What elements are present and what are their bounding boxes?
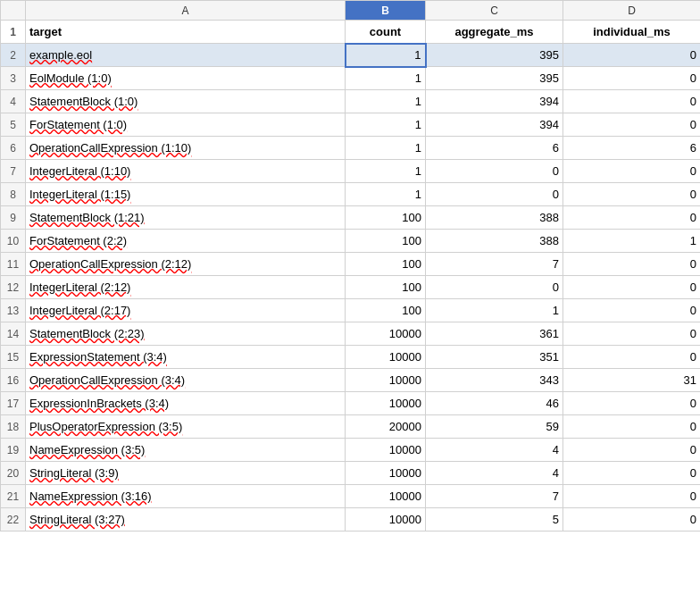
- cell-b-19[interactable]: 10000: [346, 439, 426, 462]
- row-number: 10: [1, 230, 26, 253]
- cell-b-9[interactable]: 100: [346, 206, 426, 230]
- cell-a-19[interactable]: NameExpression (3:5): [26, 439, 346, 462]
- cell-d-8[interactable]: 0: [563, 183, 701, 206]
- cell-b-16[interactable]: 10000: [346, 369, 426, 392]
- cell-c-1[interactable]: aggregate_ms: [426, 21, 563, 44]
- cell-c-9[interactable]: 388: [426, 206, 563, 230]
- cell-c-4[interactable]: 394: [426, 90, 563, 113]
- cell-b-8[interactable]: 1: [346, 183, 426, 206]
- cell-d-2[interactable]: 0: [563, 44, 701, 67]
- cell-b-17[interactable]: 10000: [346, 392, 426, 415]
- cell-c-5[interactable]: 394: [426, 113, 563, 137]
- table-row: 1targetcountaggregate_msindividual_ms: [1, 21, 701, 44]
- cell-b-2[interactable]: 1: [346, 44, 426, 67]
- cell-c-22[interactable]: 5: [426, 508, 563, 531]
- cell-b-5[interactable]: 1: [346, 113, 426, 137]
- table-row: 14StatementBlock (2:23)100003610: [1, 322, 701, 346]
- cell-d-6[interactable]: 6: [563, 137, 701, 160]
- cell-d-21[interactable]: 0: [563, 485, 701, 508]
- cell-b-13[interactable]: 100: [346, 299, 426, 322]
- cell-b-22[interactable]: 10000: [346, 508, 426, 531]
- cell-c-13[interactable]: 1: [426, 299, 563, 322]
- cell-c-21[interactable]: 7: [426, 485, 563, 508]
- cell-b-15[interactable]: 10000: [346, 346, 426, 369]
- cell-d-19[interactable]: 0: [563, 439, 701, 462]
- cell-b-3[interactable]: 1: [346, 67, 426, 90]
- cell-d-11[interactable]: 0: [563, 253, 701, 276]
- cell-b-10[interactable]: 100: [346, 230, 426, 253]
- spreadsheet-table: A B C D 1targetcountaggregate_msindividu…: [0, 0, 700, 531]
- cell-d-9[interactable]: 0: [563, 206, 701, 230]
- cell-c-7[interactable]: 0: [426, 160, 563, 183]
- cell-d-4[interactable]: 0: [563, 90, 701, 113]
- cell-a-8[interactable]: IntegerLiteral (1:15): [26, 183, 346, 206]
- cell-a-4[interactable]: StatementBlock (1:0): [26, 90, 346, 113]
- cell-a-17[interactable]: ExpressionInBrackets (3:4): [26, 392, 346, 415]
- cell-b-12[interactable]: 100: [346, 276, 426, 299]
- cell-d-18[interactable]: 0: [563, 415, 701, 439]
- cell-b-6[interactable]: 1: [346, 137, 426, 160]
- cell-c-14[interactable]: 361: [426, 322, 563, 346]
- cell-d-1[interactable]: individual_ms: [563, 21, 701, 44]
- cell-d-3[interactable]: 0: [563, 67, 701, 90]
- cell-c-6[interactable]: 6: [426, 137, 563, 160]
- cell-c-19[interactable]: 4: [426, 439, 563, 462]
- cell-c-12[interactable]: 0: [426, 276, 563, 299]
- cell-b-7[interactable]: 1: [346, 160, 426, 183]
- cell-d-7[interactable]: 0: [563, 160, 701, 183]
- col-a-header[interactable]: A: [26, 1, 346, 21]
- cell-a-7[interactable]: IntegerLiteral (1:10): [26, 160, 346, 183]
- table-row: 21NameExpression (3:16)1000070: [1, 485, 701, 508]
- cell-d-5[interactable]: 0: [563, 113, 701, 137]
- cell-a-13[interactable]: IntegerLiteral (2:17): [26, 299, 346, 322]
- cell-a-6[interactable]: OperationCallExpression (1:10): [26, 137, 346, 160]
- cell-d-15[interactable]: 0: [563, 346, 701, 369]
- cell-c-10[interactable]: 388: [426, 230, 563, 253]
- row-number: 19: [1, 439, 26, 462]
- cell-a-11[interactable]: OperationCallExpression (2:12): [26, 253, 346, 276]
- cell-b-11[interactable]: 100: [346, 253, 426, 276]
- col-b-header[interactable]: B: [346, 1, 426, 21]
- cell-a-21[interactable]: NameExpression (3:16): [26, 485, 346, 508]
- cell-b-18[interactable]: 20000: [346, 415, 426, 439]
- cell-c-17[interactable]: 46: [426, 392, 563, 415]
- row-number: 11: [1, 253, 26, 276]
- cell-d-12[interactable]: 0: [563, 276, 701, 299]
- cell-b-14[interactable]: 10000: [346, 322, 426, 346]
- cell-a-20[interactable]: StringLiteral (3:9): [26, 462, 346, 485]
- col-d-header[interactable]: D: [563, 1, 701, 21]
- cell-b-1[interactable]: count: [346, 21, 426, 44]
- cell-d-14[interactable]: 0: [563, 322, 701, 346]
- cell-c-8[interactable]: 0: [426, 183, 563, 206]
- cell-c-11[interactable]: 7: [426, 253, 563, 276]
- cell-a-12[interactable]: IntegerLiteral (2:12): [26, 276, 346, 299]
- col-c-header[interactable]: C: [426, 1, 563, 21]
- cell-a-16[interactable]: OperationCallExpression (3:4): [26, 369, 346, 392]
- cell-a-9[interactable]: StatementBlock (1:21): [26, 206, 346, 230]
- cell-a-3[interactable]: EolModule (1:0): [26, 67, 346, 90]
- cell-d-22[interactable]: 0: [563, 508, 701, 531]
- cell-a-5[interactable]: ForStatement (1:0): [26, 113, 346, 137]
- cell-c-20[interactable]: 4: [426, 462, 563, 485]
- cell-a-14[interactable]: StatementBlock (2:23): [26, 322, 346, 346]
- cell-c-2[interactable]: 395: [426, 44, 563, 67]
- cell-b-20[interactable]: 10000: [346, 462, 426, 485]
- cell-c-16[interactable]: 343: [426, 369, 563, 392]
- row-number: 14: [1, 322, 26, 346]
- cell-d-17[interactable]: 0: [563, 392, 701, 415]
- cell-c-18[interactable]: 59: [426, 415, 563, 439]
- row-number: 18: [1, 415, 26, 439]
- cell-a-2[interactable]: example.eol: [26, 44, 346, 67]
- cell-d-13[interactable]: 0: [563, 299, 701, 322]
- cell-d-20[interactable]: 0: [563, 462, 701, 485]
- cell-b-4[interactable]: 1: [346, 90, 426, 113]
- cell-d-16[interactable]: 31: [563, 369, 701, 392]
- cell-c-3[interactable]: 395: [426, 67, 563, 90]
- cell-a-10[interactable]: ForStatement (2:2): [26, 230, 346, 253]
- cell-c-15[interactable]: 351: [426, 346, 563, 369]
- cell-a-15[interactable]: ExpressionStatement (3:4): [26, 346, 346, 369]
- cell-a-22[interactable]: StringLiteral (3:27): [26, 508, 346, 531]
- cell-d-10[interactable]: 1: [563, 230, 701, 253]
- cell-a-18[interactable]: PlusOperatorExpression (3:5): [26, 415, 346, 439]
- cell-b-21[interactable]: 10000: [346, 485, 426, 508]
